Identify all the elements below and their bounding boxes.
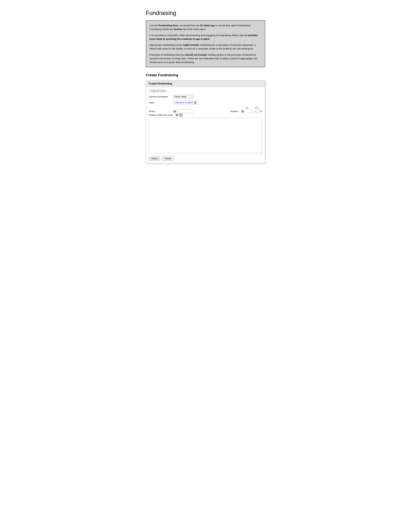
service-coordinator-select[interactable]: Trainer, Misty Other Coordinator [173, 95, 194, 98]
form-body: *Required Fields *Service Coordinator: T… [146, 87, 265, 163]
mins-label: mins [251, 106, 262, 109]
duration-labels: hrs mins [243, 106, 262, 109]
form-header: Create Fundraising [146, 81, 265, 87]
event-duration-container: hrs mins *Event: ? Duration: ? : -- [149, 106, 262, 113]
details-label: *Details (2,000 char. max) [149, 114, 174, 116]
duration-hrs-input[interactable] [245, 109, 252, 113]
info-paragraph-4: Examples of fundraising that you should … [149, 53, 262, 64]
info-paragraph-2: It is important to remember, when docume… [149, 33, 262, 41]
duration-mins-select[interactable]: -- 00 15 30 45 [253, 109, 262, 113]
service-coordinator-row: *Service Coordinator: Trainer, Misty Oth… [149, 95, 262, 98]
info-box: Use the Fundraising form, accessed from … [146, 20, 265, 67]
cancel-button[interactable]: Cancel [162, 157, 173, 161]
event-help-icon[interactable]: ? [173, 110, 176, 113]
hrs-label: hrs [243, 106, 251, 109]
duration-right: Duration: ? : -- 00 15 30 45 [230, 109, 262, 113]
duration-help-icon[interactable]: ? [241, 110, 244, 113]
page-title: Fundraising [146, 10, 265, 17]
details-help-icon[interactable]: ? [176, 114, 178, 116]
date-row: *Date: Click Here to Select ▦ [149, 100, 262, 105]
details-label-row: *Details (2,000 char. max) ? ✔ [149, 113, 262, 117]
date-button-text: Click Here to Select [175, 101, 193, 104]
spellcheck-button[interactable]: ✔ [179, 113, 183, 117]
calendar-icon: ▦ [194, 101, 196, 104]
service-coordinator-label: *Service Coordinator: [149, 95, 173, 98]
details-textarea[interactable] [149, 118, 262, 153]
date-label: *Date: [149, 101, 173, 104]
duration-header-row: hrs mins [149, 106, 262, 109]
duration-colon: : [252, 110, 253, 113]
create-fundraising-heading: Create Fundraising [146, 73, 265, 77]
info-paragraph-3: Appropriate fundraising events might inc… [149, 43, 262, 51]
details-row: *Details (2,000 char. max) ? ✔ [149, 113, 262, 154]
event-duration-inputs: *Event: ? Duration: ? : -- 00 15 30 45 [149, 109, 262, 113]
event-left: *Event: ? [149, 109, 193, 113]
info-paragraph-1: Use the Fundraising form, accessed from … [149, 24, 262, 31]
date-select-button[interactable]: Click Here to Select ▦ [173, 100, 198, 105]
submit-button[interactable]: Submit [149, 157, 160, 161]
duration-label: Duration: [230, 110, 240, 113]
event-label: *Event: [149, 110, 173, 113]
event-input[interactable] [177, 109, 193, 113]
form-footer: Submit Cancel [149, 155, 262, 161]
required-fields-label: *Required Fields [149, 89, 167, 93]
create-fundraising-form: Create Fundraising *Required Fields *Ser… [146, 80, 265, 163]
service-coordinator-select-wrapper: Trainer, Misty Other Coordinator [173, 95, 194, 98]
